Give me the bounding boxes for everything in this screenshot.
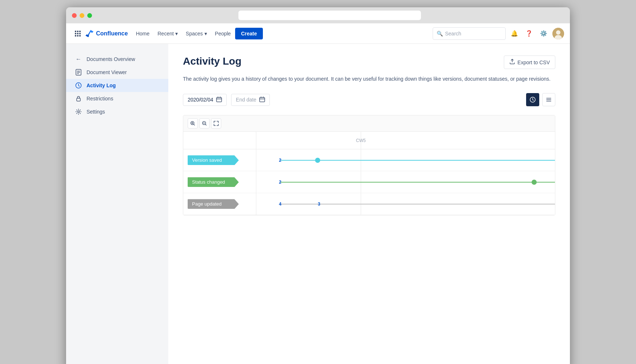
chart-area: Version saved Status changed: [183, 132, 555, 215]
lock-icon: [75, 95, 82, 102]
page-header: Activity Log Export to CSV: [183, 55, 555, 69]
calendar-icon: [259, 96, 265, 103]
status-changed-line: [280, 182, 555, 183]
svg-rect-6: [75, 35, 76, 37]
sidebar-item-label: Settings: [87, 109, 105, 115]
svg-point-10: [556, 30, 560, 35]
back-arrow-icon: ←: [75, 55, 82, 63]
version-saved-count-1[interactable]: 2: [279, 158, 281, 163]
nav-home[interactable]: Home: [132, 28, 153, 39]
svg-rect-8: [79, 35, 81, 37]
week-label: CW5: [356, 138, 366, 143]
sidebar-item-label: Activity Log: [87, 83, 116, 88]
topnav-links: Home Recent ▾ Spaces ▾ People Create: [132, 28, 431, 39]
search-icon: 🔍: [437, 31, 443, 37]
maximize-button[interactable]: [87, 13, 92, 18]
user-avatar[interactable]: [552, 28, 564, 39]
end-date-input[interactable]: End date: [231, 94, 270, 106]
svg-rect-19: [217, 97, 222, 102]
svg-rect-7: [77, 35, 78, 37]
sidebar-item-settings[interactable]: Settings: [66, 105, 168, 118]
svg-rect-0: [75, 31, 76, 32]
page-updated-count-1[interactable]: 4: [279, 202, 281, 207]
sidebar-item-label: Documents Overview: [87, 56, 135, 62]
sidebar-item-restrictions[interactable]: Restrictions: [66, 92, 168, 105]
zoom-out-button[interactable]: [199, 118, 210, 129]
chart-view-actions: [526, 93, 555, 106]
calendar-icon: [216, 96, 222, 103]
nav-recent[interactable]: Recent ▾: [154, 28, 181, 39]
sidebar: ← Documents Overview Document Viewer: [66, 44, 168, 364]
search-box[interactable]: 🔍 Search: [433, 27, 506, 40]
zoom-in-button[interactable]: [188, 118, 198, 129]
sidebar-item-documents-overview[interactable]: ← Documents Overview: [66, 53, 168, 66]
svg-rect-5: [79, 33, 81, 34]
document-viewer-icon: [75, 69, 82, 76]
sidebar-item-document-viewer[interactable]: Document Viewer: [66, 66, 168, 79]
settings-button[interactable]: ⚙️: [538, 28, 549, 39]
upload-icon: [509, 59, 515, 66]
page-description: The activity log gives you a history of …: [183, 75, 555, 83]
topnav-right: 🔍 Search 🔔 ❓ ⚙️: [433, 27, 564, 40]
sidebar-item-activity-log[interactable]: Activity Log: [66, 79, 168, 92]
gantt-row-version-saved: 2: [256, 149, 555, 171]
fullscreen-button[interactable]: [211, 118, 221, 129]
close-button[interactable]: [72, 13, 77, 18]
chart-header-spacer: [183, 132, 256, 149]
page-updated-badge: Page updated: [188, 199, 239, 209]
status-changed-dot[interactable]: [532, 180, 537, 185]
create-button[interactable]: Create: [235, 28, 263, 39]
status-changed-count-1[interactable]: 2: [279, 180, 281, 185]
version-saved-dot[interactable]: [315, 158, 320, 163]
recent-chevron-icon: ▾: [175, 31, 178, 37]
chart-timeline: CW5 2: [256, 132, 555, 215]
chart-toolbar: [183, 115, 555, 132]
browser-titlebar: [66, 7, 570, 23]
sidebar-item-label: Restrictions: [87, 96, 113, 101]
apps-grid-button[interactable]: [72, 28, 84, 39]
chart-labels: Version saved Status changed: [183, 132, 256, 215]
filter-row: 2020/02/04 End date: [183, 93, 555, 106]
row-label-version-saved: Version saved: [183, 149, 256, 171]
svg-rect-20: [260, 97, 265, 102]
svg-rect-14: [77, 72, 80, 73]
nav-people[interactable]: People: [211, 28, 235, 39]
svg-rect-15: [77, 73, 79, 74]
url-bar[interactable]: [238, 11, 421, 20]
app-container: Confluence Home Recent ▾ Spaces ▾ People…: [66, 23, 570, 364]
svg-rect-1: [77, 31, 78, 32]
row-label-status-changed: Status changed: [183, 171, 256, 193]
svg-rect-2: [79, 31, 81, 32]
list-view-button[interactable]: [542, 93, 555, 106]
clock-icon: [75, 82, 82, 89]
page-title: Activity Log: [183, 55, 241, 67]
gear-icon: [75, 108, 82, 115]
status-changed-badge: Status changed: [188, 177, 239, 187]
nav-spaces[interactable]: Spaces ▾: [182, 28, 211, 39]
spaces-chevron-icon: ▾: [204, 31, 207, 37]
help-button[interactable]: ❓: [523, 28, 535, 39]
page-updated-count-2[interactable]: 3: [318, 202, 320, 207]
svg-rect-4: [77, 33, 78, 34]
row-label-page-updated: Page updated: [183, 193, 256, 215]
sidebar-item-label: Document Viewer: [87, 69, 127, 75]
notifications-button[interactable]: 🔔: [509, 28, 520, 39]
timeline-view-button[interactable]: [526, 93, 539, 106]
main-layout: ← Documents Overview Document Viewer: [66, 44, 570, 364]
export-csv-button[interactable]: Export to CSV: [504, 55, 555, 69]
confluence-logo[interactable]: Confluence: [85, 29, 128, 38]
svg-rect-13: [77, 71, 80, 72]
gantt-row-page-updated: 4 3: [256, 193, 555, 215]
activity-chart: Version saved Status changed: [183, 115, 555, 215]
version-saved-line: [280, 160, 555, 161]
start-date-input[interactable]: 2020/02/04: [183, 94, 227, 106]
top-navigation: Confluence Home Recent ▾ Spaces ▾ People…: [66, 23, 570, 44]
svg-rect-17: [77, 98, 80, 101]
chart-week-header: CW5: [256, 132, 555, 149]
page-updated-line: [280, 204, 555, 204]
minimize-button[interactable]: [80, 13, 84, 18]
main-content: Activity Log Export to CSV The activity …: [168, 44, 570, 364]
gantt-row-status-changed: 2: [256, 171, 555, 193]
version-saved-badge: Version saved: [188, 155, 239, 165]
browser-window: Confluence Home Recent ▾ Spaces ▾ People…: [66, 7, 570, 364]
